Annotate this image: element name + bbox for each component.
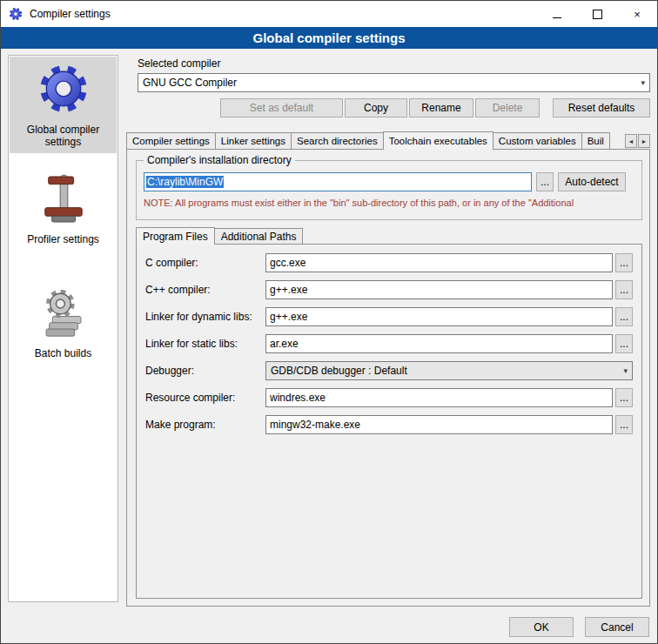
rename-button[interactable]: Rename bbox=[409, 98, 473, 117]
reset-defaults-button[interactable]: Reset defaults bbox=[553, 98, 650, 117]
sidebar-item-batch-builds[interactable]: Batch builds bbox=[10, 280, 117, 365]
debugger-value: GDB/CDB debugger : Default bbox=[271, 365, 407, 377]
cpp-compiler-input[interactable] bbox=[265, 280, 613, 299]
field-row-debugger: Debugger: GDB/CDB debugger : Default ▾ bbox=[145, 361, 633, 380]
tab-scroll-left-button[interactable]: ◄ bbox=[625, 134, 637, 148]
settings-tabstrip: Compiler settings Linker settings Search… bbox=[126, 131, 650, 149]
browse-linker-static-button[interactable]: ... bbox=[615, 334, 633, 353]
resource-compiler-label: Resource compiler: bbox=[145, 392, 265, 404]
auto-detect-button[interactable]: Auto-detect bbox=[558, 172, 626, 191]
compiler-settings-window: Compiler settings × Global compiler sett… bbox=[0, 0, 658, 644]
tab-custom-variables[interactable]: Custom variables bbox=[493, 132, 582, 149]
copy-button[interactable]: Copy bbox=[345, 98, 407, 117]
maximize-button[interactable] bbox=[577, 1, 617, 27]
make-program-input[interactable] bbox=[265, 415, 613, 434]
browse-directory-button[interactable]: ... bbox=[536, 172, 554, 191]
installation-directory-groupbox: Compiler's installation directory C:\ray… bbox=[136, 160, 642, 220]
installation-directory-row: C:\raylib\MinGW ... Auto-detect bbox=[144, 172, 626, 191]
sidebar-item-global-compiler-settings[interactable]: Global compiler settings bbox=[10, 57, 117, 153]
delete-button[interactable]: Delete bbox=[475, 98, 540, 117]
tab-scroll-arrows: ◄ ► bbox=[625, 134, 650, 148]
c-compiler-input[interactable] bbox=[265, 253, 613, 272]
installation-directory-value: C:\raylib\MinGW bbox=[146, 176, 224, 188]
profiler-icon bbox=[40, 174, 87, 227]
tab-additional-paths[interactable]: Additional Paths bbox=[214, 228, 304, 244]
ok-button[interactable]: OK bbox=[509, 617, 574, 637]
field-row-make-program: Make program: ... bbox=[145, 415, 633, 434]
selected-compiler-label: Selected compiler bbox=[138, 57, 220, 70]
linker-static-label: Linker for static libs: bbox=[145, 338, 265, 350]
browse-resource-compiler-button[interactable]: ... bbox=[615, 388, 633, 407]
window-title: Compiler settings bbox=[30, 8, 111, 20]
scroll-right-icon: ► bbox=[641, 138, 648, 144]
sidebar-item-profiler-settings[interactable]: Profiler settings bbox=[10, 168, 117, 251]
browse-cpp-compiler-button[interactable]: ... bbox=[615, 280, 633, 299]
resource-compiler-input[interactable] bbox=[265, 388, 613, 407]
field-row-c-compiler: C compiler: ... bbox=[145, 253, 633, 272]
field-row-cpp-compiler: C++ compiler: ... bbox=[145, 280, 633, 299]
chevron-down-icon: ▾ bbox=[641, 79, 645, 87]
tab-compiler-settings[interactable]: Compiler settings bbox=[126, 132, 216, 149]
minimize-button[interactable] bbox=[537, 1, 577, 27]
close-button[interactable]: × bbox=[617, 1, 657, 27]
caption-buttons: × bbox=[537, 1, 657, 27]
field-row-linker-dynamic: Linker for dynamic libs: ... bbox=[145, 307, 633, 326]
linker-static-input[interactable] bbox=[265, 334, 613, 353]
field-row-linker-static: Linker for static libs: ... bbox=[145, 334, 633, 353]
dialog-header: Global compiler settings bbox=[1, 27, 657, 49]
tab-scroll-right-button[interactable]: ► bbox=[638, 134, 650, 148]
set-as-default-button[interactable]: Set as default bbox=[220, 98, 343, 117]
sidebar-item-label: Batch builds bbox=[35, 347, 91, 359]
sidebar-item-label: Profiler settings bbox=[27, 233, 99, 245]
selected-compiler-dropdown[interactable]: GNU GCC Compiler ▾ bbox=[138, 73, 650, 92]
debugger-label: Debugger: bbox=[145, 365, 265, 377]
executable-fields: C compiler: ... C++ compiler: ... Linker… bbox=[145, 253, 633, 434]
tab-search-directories[interactable]: Search directories bbox=[291, 132, 384, 149]
program-files-panel: C compiler: ... C++ compiler: ... Linker… bbox=[136, 244, 642, 599]
blue-gear-icon bbox=[37, 63, 90, 117]
linker-dynamic-input[interactable] bbox=[265, 307, 613, 326]
settings-sidebar: Global compiler settings Profiler settin… bbox=[8, 55, 118, 602]
compiler-buttons-row: Set as default Copy Rename Delete Reset … bbox=[220, 98, 650, 117]
browse-c-compiler-button[interactable]: ... bbox=[615, 253, 633, 272]
main-panel: Selected compiler GNU GCC Compiler ▾ Set… bbox=[126, 53, 651, 608]
linker-dynamic-label: Linker for dynamic libs: bbox=[145, 311, 265, 323]
tab-toolchain-executables[interactable]: Toolchain executables bbox=[383, 131, 494, 150]
field-row-resource-compiler: Resource compiler: ... bbox=[145, 388, 633, 407]
titlebar: Compiler settings × bbox=[1, 1, 657, 27]
browse-linker-dynamic-button[interactable]: ... bbox=[615, 307, 633, 326]
selected-compiler-value: GNU GCC Compiler bbox=[143, 77, 237, 89]
maximize-icon bbox=[593, 10, 602, 19]
sidebar-item-label: Global compiler settings bbox=[11, 124, 115, 148]
tab-build-clipped[interactable]: Buil bbox=[581, 132, 610, 149]
scroll-left-icon: ◄ bbox=[628, 138, 634, 144]
close-icon: × bbox=[634, 8, 641, 21]
tab-linker-settings[interactable]: Linker settings bbox=[215, 132, 292, 149]
bin-subdirectory-note: NOTE: All programs must exist either in … bbox=[144, 198, 639, 208]
gray-gear-stack-icon bbox=[38, 286, 89, 341]
debugger-dropdown[interactable]: GDB/CDB debugger : Default ▾ bbox=[265, 361, 633, 380]
chevron-down-icon: ▾ bbox=[623, 367, 628, 375]
cancel-button[interactable]: Cancel bbox=[585, 617, 649, 637]
make-program-label: Make program: bbox=[145, 419, 265, 431]
tab-program-files[interactable]: Program Files bbox=[136, 227, 215, 245]
cpp-compiler-label: C++ compiler: bbox=[145, 284, 265, 296]
groupbox-title: Compiler's installation directory bbox=[144, 154, 295, 166]
browse-make-program-button[interactable]: ... bbox=[615, 415, 633, 434]
installation-directory-input[interactable]: C:\raylib\MinGW bbox=[144, 172, 532, 191]
minimize-icon bbox=[553, 17, 561, 18]
toolchain-executables-panel: Compiler's installation directory C:\ray… bbox=[126, 149, 650, 607]
program-files-tabstrip: Program Files Additional Paths bbox=[136, 226, 302, 244]
app-gear-icon bbox=[9, 7, 23, 21]
c-compiler-label: C compiler: bbox=[145, 257, 265, 269]
